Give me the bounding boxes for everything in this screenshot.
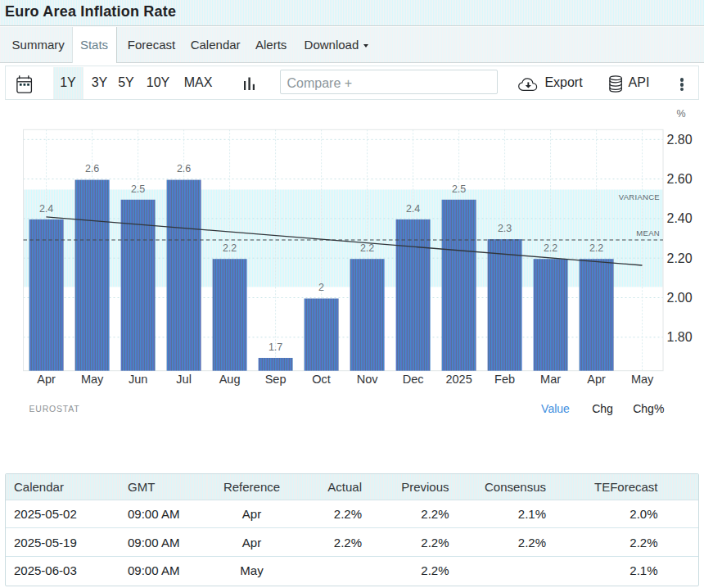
svg-text:%: % (676, 108, 685, 120)
svg-text:Value: Value (541, 402, 570, 415)
svg-text:2.4: 2.4 (406, 203, 420, 215)
svg-text:Oct: Oct (312, 373, 331, 386)
svg-text:May: May (81, 373, 104, 386)
svg-text:Sep: Sep (265, 373, 287, 386)
svg-text:2.40: 2.40 (667, 211, 693, 225)
svg-text:2.80: 2.80 (667, 133, 693, 147)
svg-text:1.7: 1.7 (269, 341, 282, 353)
svg-text:2.5: 2.5 (131, 183, 145, 195)
svg-text:Chg%: Chg% (633, 402, 664, 415)
svg-text:1.80: 1.80 (667, 330, 693, 344)
svg-text:May: May (631, 373, 654, 386)
svg-text:Apr: Apr (37, 373, 56, 386)
svg-text:Aug: Aug (219, 373, 241, 386)
svg-text:2.20: 2.20 (667, 251, 693, 265)
svg-text:2.2: 2.2 (589, 242, 603, 254)
svg-text:Apr: Apr (587, 373, 606, 386)
svg-text:2.2: 2.2 (223, 242, 237, 254)
svg-text:2: 2 (318, 282, 324, 293)
svg-text:2.6: 2.6 (177, 163, 191, 174)
svg-text:Mar: Mar (540, 373, 561, 386)
svg-text:Nov: Nov (357, 373, 379, 386)
svg-text:2.60: 2.60 (667, 172, 693, 186)
svg-text:2.4: 2.4 (39, 203, 53, 215)
svg-text:Dec: Dec (403, 373, 424, 386)
svg-text:2.00: 2.00 (667, 291, 693, 305)
svg-text:2.2: 2.2 (544, 242, 557, 254)
svg-text:2.2: 2.2 (360, 242, 374, 254)
svg-text:2.3: 2.3 (498, 223, 512, 234)
svg-text:VARIANCE: VARIANCE (619, 192, 660, 201)
svg-text:MEAN: MEAN (636, 228, 660, 237)
svg-text:Feb: Feb (494, 373, 515, 386)
svg-text:Jun: Jun (129, 373, 147, 386)
svg-text:Chg: Chg (592, 402, 613, 415)
svg-text:2.5: 2.5 (452, 183, 466, 195)
svg-text:2.6: 2.6 (85, 163, 99, 174)
svg-text:Jul: Jul (176, 373, 192, 386)
svg-text:2025: 2025 (445, 373, 472, 386)
svg-text:EUROSTAT: EUROSTAT (29, 404, 80, 414)
